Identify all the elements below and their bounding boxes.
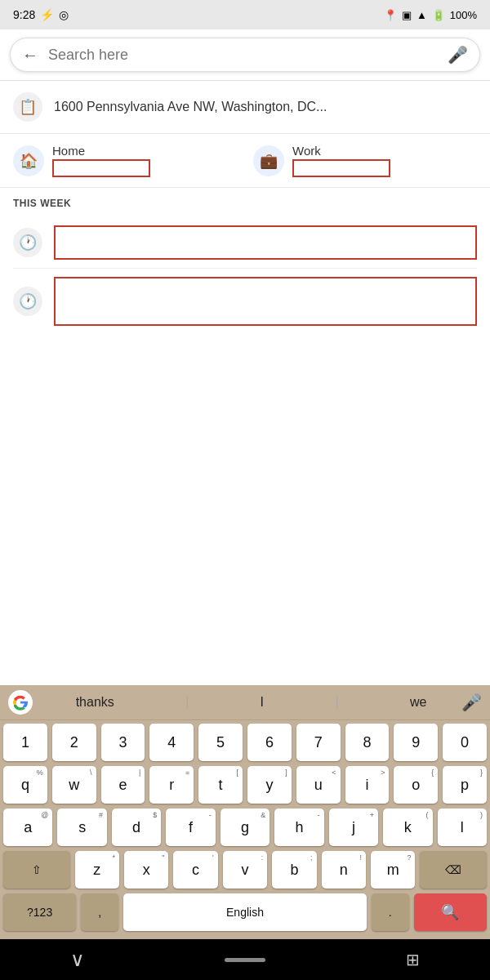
- key-j[interactable]: j+: [329, 808, 378, 846]
- suggestion-2[interactable]: I: [261, 695, 264, 710]
- status-right: 📍 ▣ ▲ 🔋 100%: [384, 9, 477, 21]
- this-week-label: THIS WEEK: [13, 198, 477, 209]
- key-c[interactable]: c': [173, 851, 217, 889]
- divider-2: |: [333, 695, 340, 710]
- period-key[interactable]: .: [372, 893, 409, 931]
- search-key[interactable]: 🔍: [414, 893, 487, 931]
- work-highlight-box: [292, 159, 390, 177]
- key-e[interactable]: e|: [101, 766, 145, 804]
- work-label-box: Work: [292, 144, 390, 177]
- key-z[interactable]: z*: [75, 851, 119, 889]
- wifi-icon: ▲: [416, 9, 427, 21]
- key-g[interactable]: g&: [220, 808, 270, 846]
- search-bar-container: ← 🎤: [0, 29, 490, 81]
- keyboard: thanks | I | we 🎤 1 2 3 4 5 6 7 8 9 0 q%…: [0, 685, 490, 939]
- key-9[interactable]: 9: [394, 724, 438, 761]
- home-nav-pill[interactable]: [225, 958, 265, 962]
- key-l[interactable]: l): [438, 808, 487, 846]
- location-icon: 📍: [384, 9, 397, 21]
- key-h[interactable]: h-: [274, 808, 323, 846]
- key-2[interactable]: 2: [52, 724, 96, 761]
- key-b[interactable]: b;: [272, 851, 316, 889]
- home-label: Home: [52, 144, 150, 158]
- history-text-box-1[interactable]: [54, 225, 477, 260]
- numbers-key[interactable]: ?123: [3, 893, 76, 931]
- key-p[interactable]: p}: [443, 766, 487, 804]
- status-time: 9:28: [13, 8, 35, 21]
- suggestion-1[interactable]: thanks: [76, 695, 114, 710]
- shift-key[interactable]: ⇧: [3, 851, 70, 889]
- search-input[interactable]: [48, 47, 448, 64]
- lightning-icon: ⚡: [40, 8, 54, 21]
- back-nav-button[interactable]: ∨: [70, 948, 85, 971]
- signal-icon: ◎: [59, 8, 69, 21]
- work-shortcut[interactable]: 💼 Work: [253, 144, 390, 177]
- comma-key[interactable]: ,: [81, 893, 118, 931]
- key-r[interactable]: r=: [149, 766, 194, 804]
- suggestions-row: thanks | I | we 🎤: [0, 685, 490, 720]
- suggestion-3[interactable]: we: [410, 695, 426, 710]
- key-d[interactable]: d$: [112, 808, 161, 846]
- key-x[interactable]: x": [124, 851, 168, 889]
- key-4[interactable]: 4: [149, 724, 194, 761]
- bottom-nav: ∨ ⊞: [0, 939, 490, 980]
- key-1[interactable]: 1: [3, 724, 47, 761]
- history-item-1[interactable]: 🕐: [13, 217, 477, 269]
- work-icon: 💼: [253, 145, 284, 176]
- key-t[interactable]: t[: [198, 766, 243, 804]
- key-f[interactable]: f-: [166, 808, 215, 846]
- space-key[interactable]: English: [123, 893, 367, 931]
- home-shortcut[interactable]: 🏠 Home: [13, 144, 150, 177]
- key-7[interactable]: 7: [296, 724, 341, 761]
- history-item-2[interactable]: 🕐: [13, 269, 477, 334]
- zxcv-row: ⇧ z* x" c' v: b; n! m? ⌫: [3, 851, 487, 889]
- shortcuts-row: 🏠 Home 💼 Work: [0, 134, 490, 188]
- divider-1: |: [184, 695, 190, 710]
- backspace-key[interactable]: ⌫: [420, 851, 487, 889]
- home-highlight-box: [52, 159, 150, 177]
- microphone-icon[interactable]: 🎤: [448, 45, 468, 65]
- search-bar[interactable]: ← 🎤: [10, 38, 480, 72]
- key-k[interactable]: k(: [383, 808, 432, 846]
- address-icon: 📋: [13, 92, 42, 122]
- vibrate-icon: ▣: [402, 9, 412, 21]
- key-5[interactable]: 5: [198, 724, 243, 761]
- asdf-row: a@ s# d$ f- g& h- j+ k( l): [3, 808, 487, 846]
- key-n[interactable]: n!: [322, 851, 366, 889]
- battery-percent: 100%: [450, 9, 477, 21]
- suggestions-list: thanks | I | we: [41, 695, 461, 710]
- key-y[interactable]: y]: [247, 766, 292, 804]
- keyboard-mic-icon[interactable]: 🎤: [461, 693, 482, 712]
- back-arrow-icon[interactable]: ←: [22, 46, 38, 65]
- key-o[interactable]: o{: [394, 766, 438, 804]
- key-8[interactable]: 8: [345, 724, 390, 761]
- key-0[interactable]: 0: [443, 724, 487, 761]
- bottom-row: ?123 , English . 🔍: [3, 893, 487, 931]
- key-m[interactable]: m?: [371, 851, 415, 889]
- key-u[interactable]: u<: [296, 766, 341, 804]
- key-i[interactable]: i>: [345, 766, 390, 804]
- recents-nav-button[interactable]: ⊞: [406, 950, 420, 969]
- home-label-box: Home: [52, 144, 150, 177]
- history-clock-icon-2: 🕐: [13, 287, 42, 316]
- qwerty-row: q% w\ e| r= t[ y] u< i> o{ p}: [3, 766, 487, 804]
- key-6[interactable]: 6: [247, 724, 292, 761]
- key-a[interactable]: a@: [3, 808, 52, 846]
- history-clock-icon-1: 🕐: [13, 228, 42, 257]
- google-logo: [8, 690, 33, 715]
- status-left: 9:28 ⚡ ◎: [13, 8, 69, 21]
- this-week-section: THIS WEEK 🕐 🕐: [0, 188, 490, 341]
- battery-icon: 🔋: [432, 9, 445, 21]
- key-w[interactable]: w\: [52, 766, 96, 804]
- key-3[interactable]: 3: [101, 724, 145, 761]
- key-s[interactable]: s#: [57, 808, 106, 846]
- number-row: 1 2 3 4 5 6 7 8 9 0: [3, 724, 487, 761]
- work-label: Work: [292, 144, 390, 158]
- keys-area: 1 2 3 4 5 6 7 8 9 0 q% w\ e| r= t[ y] u<…: [0, 720, 490, 939]
- home-icon: 🏠: [13, 145, 44, 176]
- history-text-box-2[interactable]: [54, 277, 477, 326]
- key-v[interactable]: v:: [223, 851, 267, 889]
- key-q[interactable]: q%: [3, 766, 47, 804]
- status-bar: 9:28 ⚡ ◎ 📍 ▣ ▲ 🔋 100%: [0, 0, 490, 29]
- recent-address-row[interactable]: 📋 1600 Pennsylvania Ave NW, Washington, …: [0, 81, 490, 134]
